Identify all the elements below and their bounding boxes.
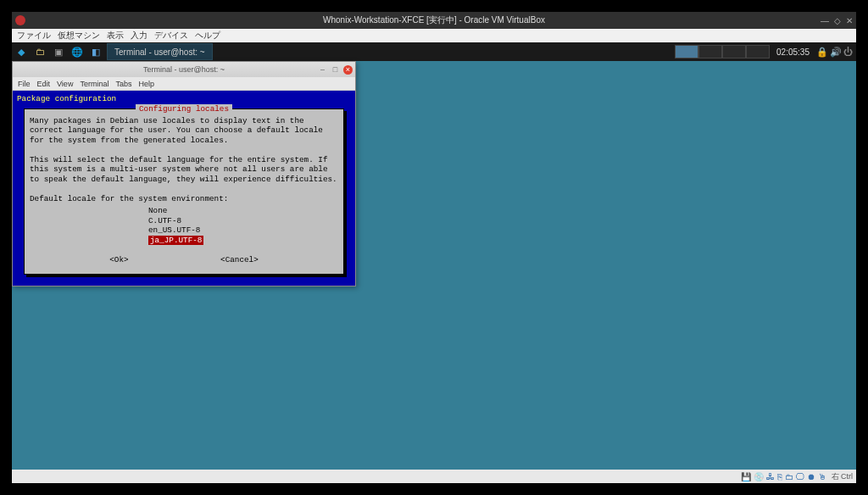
terminal-menu-help[interactable]: Help [138, 80, 154, 88]
locale-option-enus[interactable]: en_US.UTF-8 [148, 225, 338, 236]
volume-icon[interactable]: 🔊 [830, 47, 842, 58]
vbox-menu-devices[interactable]: デバイス [154, 30, 188, 42]
host-key-indicator: 右 Ctrl [832, 471, 854, 482]
usb-status-icon[interactable]: ⎘ [777, 472, 782, 481]
shared-folder-status-icon[interactable]: 🗀 [785, 472, 793, 481]
panel-clock[interactable]: 02:05:35 [773, 47, 813, 57]
dialog-para2: This will select the default language fo… [30, 155, 337, 184]
browser-launcher-icon[interactable]: 🌐 [69, 43, 86, 60]
terminal-window-controls: – □ × [318, 65, 353, 75]
dialog-title: Configuring locales [136, 104, 232, 114]
cancel-button[interactable]: <Cancel> [220, 255, 259, 265]
locale-option-c[interactable]: C.UTF-8 [148, 216, 338, 226]
vbox-menu-file[interactable]: ファイル [17, 30, 51, 42]
vbox-status-icons: 💾 💿 🖧 ⎘ 🗀 🖵 ⏺ 🖱 [741, 472, 826, 481]
hdd-status-icon[interactable]: 💾 [741, 472, 751, 481]
guest-desktop[interactable]: ◆ 🗀 ▣ 🌐 ◧ Terminal - user@host: ~ 02:05:… [12, 42, 856, 470]
terminal-titlebar[interactable]: Terminal - user@host: ~ – □ × [13, 62, 355, 77]
ok-button[interactable]: <Ok> [109, 255, 128, 265]
close-icon[interactable]: ✕ [846, 16, 853, 25]
workspace-1[interactable] [675, 45, 698, 58]
vbox-titlebar[interactable]: Whonix-Workstation-XFCE [実行中] - Oracle V… [12, 12, 856, 29]
terminal-menu-view[interactable]: View [57, 80, 73, 88]
xfce-panel: ◆ 🗀 ▣ 🌐 ◧ Terminal - user@host: ~ 02:05:… [12, 42, 856, 61]
vbox-statusbar: 💾 💿 🖧 ⎘ 🗀 🖵 ⏺ 🖱 右 Ctrl [12, 470, 856, 483]
terminal-maximize-icon[interactable]: □ [331, 65, 340, 75]
dialog-prompt: Default locale for the system environmen… [30, 194, 228, 203]
locale-option-none[interactable]: None [148, 206, 338, 216]
workspace-4[interactable] [746, 45, 770, 58]
locale-options[interactable]: None C.UTF-8 en_US.UTF-8 ja_JP.UTF-8 [30, 206, 338, 245]
optical-status-icon[interactable]: 💿 [754, 472, 764, 481]
net-status-icon[interactable]: 🖧 [766, 472, 775, 481]
vbox-menu-help[interactable]: ヘルプ [195, 30, 220, 42]
vbox-app-icon [15, 15, 25, 25]
workspace-switcher[interactable] [675, 45, 770, 58]
terminal-close-icon[interactable]: × [343, 65, 353, 75]
maximize-icon[interactable]: ◇ [834, 16, 841, 25]
terminal-menu-file[interactable]: File [18, 80, 31, 88]
file-manager-icon[interactable]: 🗀 [31, 43, 48, 60]
lock-icon[interactable]: 🔒 [816, 47, 828, 58]
taskbar-terminal-item[interactable]: Terminal - user@host: ~ [107, 43, 213, 60]
taskbar-item-label: Terminal - user@host: ~ [114, 47, 205, 57]
panel-right: 02:05:35 🔒 🔊 ⏻ [675, 45, 853, 58]
panel-launchers: ◆ 🗀 ▣ 🌐 ◧ [12, 43, 105, 60]
dialog-para1: Many packages in Debian use locales to d… [30, 116, 328, 145]
vbox-title: Whonix-Workstation-XFCE [実行中] - Oracle V… [323, 14, 545, 26]
package-config-header: Package configuration [15, 93, 353, 105]
app-launcher-icon[interactable]: ◧ [87, 43, 104, 60]
vbox-menu-view[interactable]: 表示 [107, 30, 124, 42]
mouse-integration-icon[interactable]: 🖱 [818, 472, 826, 481]
dialog-buttons: <Ok> <Cancel> [30, 253, 338, 270]
workspace-3[interactable] [722, 45, 746, 58]
whisker-menu-icon[interactable]: ◆ [13, 43, 30, 60]
dialog-body: Many packages in Debian use locales to d… [30, 113, 338, 204]
tray-icons: 🔒 🔊 ⏻ [816, 47, 853, 58]
workspace-2[interactable] [698, 45, 722, 58]
terminal-menu-terminal[interactable]: Terminal [80, 80, 108, 88]
terminal-content: Package configuration Configuring locale… [13, 91, 355, 286]
vbox-menu-machine[interactable]: 仮想マシン [58, 30, 100, 42]
terminal-menu-tabs[interactable]: Tabs [115, 80, 131, 88]
terminal-launcher-icon[interactable]: ▣ [50, 43, 67, 60]
vbox-menu-input[interactable]: 入力 [131, 30, 147, 42]
power-icon[interactable]: ⏻ [843, 47, 853, 58]
vbox-window-controls: — ◇ ✕ [821, 16, 853, 25]
locale-option-jajp[interactable]: ja_JP.UTF-8 [148, 236, 203, 246]
display-status-icon[interactable]: 🖵 [796, 472, 804, 481]
virtualbox-window: Whonix-Workstation-XFCE [実行中] - Oracle V… [12, 12, 856, 483]
minimize-icon[interactable]: — [821, 16, 829, 25]
terminal-window[interactable]: Terminal - user@host: ~ – □ × File Edit … [12, 61, 356, 286]
vbox-menubar: ファイル 仮想マシン 表示 入力 デバイス ヘルプ [12, 29, 856, 42]
terminal-title: Terminal - user@host: ~ [143, 65, 225, 74]
terminal-minimize-icon[interactable]: – [318, 65, 327, 75]
terminal-menu-edit[interactable]: Edit [37, 80, 51, 88]
terminal-menubar: File Edit View Terminal Tabs Help [13, 77, 355, 91]
recording-status-icon[interactable]: ⏺ [807, 472, 815, 481]
locales-dialog: Configuring locales Many packages in Deb… [24, 108, 344, 275]
